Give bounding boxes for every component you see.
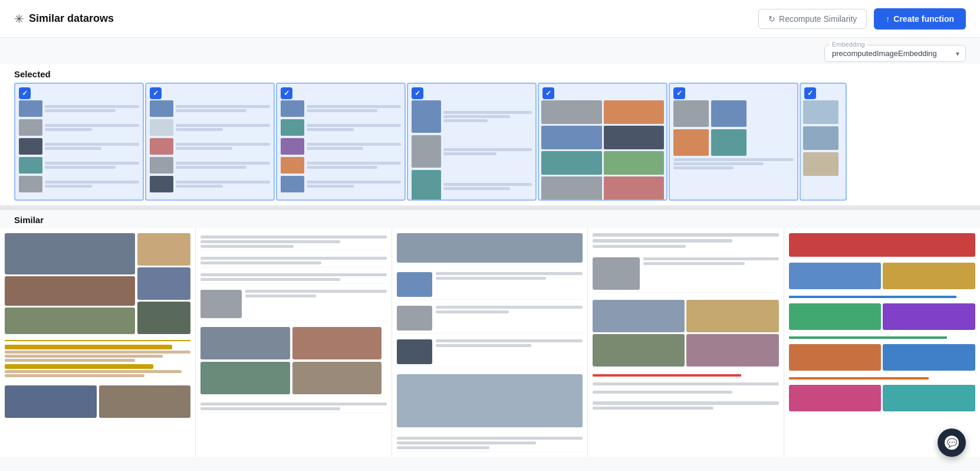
card-3-content <box>277 84 405 199</box>
create-label: Create function <box>893 14 954 24</box>
selected-card-7[interactable] <box>800 83 847 201</box>
similar-card-2[interactable] <box>196 228 392 457</box>
selected-label: Selected <box>0 64 980 83</box>
card-6-content <box>670 84 797 199</box>
header-left: ✳ Similar datarows <box>14 12 114 26</box>
selected-cards-container[interactable] <box>0 83 980 205</box>
embedding-dropdown[interactable]: Embedding precomputedImageEmbedding ▾ <box>824 45 966 62</box>
chat-icon: 💬 <box>945 436 959 450</box>
card-4-checkbox[interactable] <box>412 87 423 99</box>
selected-card-5[interactable] <box>538 83 667 201</box>
card-2-checkbox[interactable] <box>150 87 162 99</box>
selected-card-2[interactable] <box>145 83 275 201</box>
similar-icon: ✳ <box>14 12 24 26</box>
card-1-checkbox[interactable] <box>19 87 31 99</box>
app-header: ✳ Similar datarows ↻ Recompute Similarit… <box>0 0 980 38</box>
card-3-checkbox[interactable] <box>281 87 292 99</box>
chat-button[interactable]: 💬 <box>938 429 966 457</box>
similar-card-5[interactable] <box>784 228 980 457</box>
main-content: Embedding precomputedImageEmbedding ▾ Se… <box>0 38 980 471</box>
card-4-content <box>408 84 535 199</box>
similar-cards-grid <box>0 228 980 457</box>
selected-section: Selected <box>0 64 980 205</box>
embedding-value: precomputedImageEmbedding <box>832 49 937 58</box>
upload-icon: ↑ <box>886 14 890 24</box>
recompute-label: Recompute Similarity <box>779 14 857 24</box>
selected-card-1[interactable] <box>14 83 144 201</box>
recompute-button[interactable]: ↻ Recompute Similarity <box>758 9 867 29</box>
similar-card-4[interactable] <box>588 228 784 457</box>
chevron-down-icon: ▾ <box>956 50 959 58</box>
card-5-checkbox[interactable] <box>542 87 554 99</box>
recompute-icon: ↻ <box>768 14 775 24</box>
similar-card-1[interactable] <box>0 228 196 457</box>
selected-card-4[interactable] <box>407 83 537 201</box>
selected-card-3[interactable] <box>276 83 406 201</box>
selected-card-6[interactable] <box>669 83 798 201</box>
similar-section: Similar <box>0 210 980 471</box>
embedding-row: Embedding precomputedImageEmbedding ▾ <box>0 38 980 64</box>
similar-label: Similar <box>0 210 980 228</box>
create-function-button[interactable]: ↑ Create function <box>874 8 966 30</box>
card-1-content <box>15 84 143 199</box>
embedding-label: Embedding <box>830 41 867 48</box>
card-2-content <box>146 84 274 199</box>
section-divider <box>0 205 980 210</box>
page-title: Similar datarows <box>29 12 114 25</box>
header-actions: ↻ Recompute Similarity ↑ Create function <box>758 8 966 30</box>
card-6-checkbox[interactable] <box>673 87 685 99</box>
similar-card-3[interactable] <box>392 228 588 457</box>
card-7-checkbox[interactable] <box>804 87 816 99</box>
